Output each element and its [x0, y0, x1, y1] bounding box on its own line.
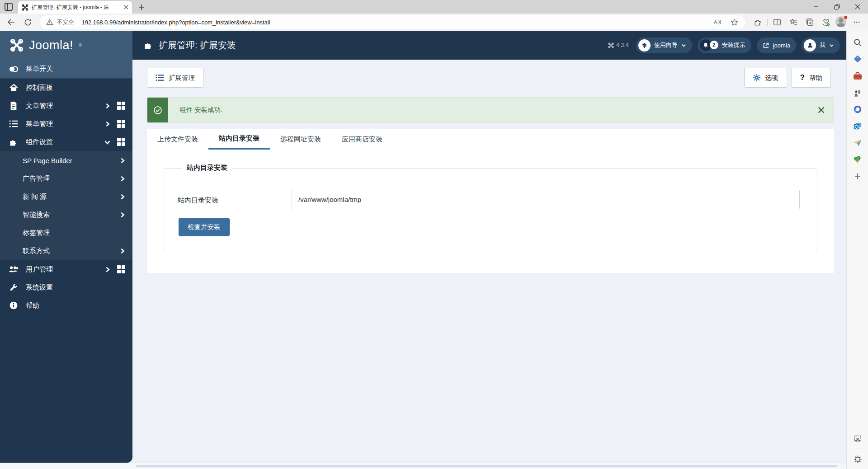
guided-tour-button[interactable]: 使用向导: [636, 38, 692, 53]
divider: [851, 449, 864, 449]
screen: 扩展管理: 扩展安装 - joomla - 后: [0, 0, 868, 469]
tab-upload-package[interactable]: 上传文件安装: [147, 129, 208, 150]
chevron-right-icon[interactable]: [119, 212, 125, 218]
check-and-install-button[interactable]: 检查并安装: [179, 218, 230, 236]
outlook-icon[interactable]: [851, 120, 864, 132]
settings-gear-icon[interactable]: [851, 453, 864, 465]
tab-install-from-folder[interactable]: 站内目录安装: [208, 129, 270, 150]
submenu-item-label: 标签管理: [23, 229, 50, 237]
edge-sidebar: [846, 31, 868, 469]
sidebar-item-components[interactable]: 组件设置: [0, 133, 132, 151]
submenu-item-smart-search[interactable]: 智能搜索: [0, 206, 132, 224]
submenu-item-tags[interactable]: 标签管理: [0, 224, 132, 242]
options-button[interactable]: 选项: [744, 68, 787, 88]
collections-icon[interactable]: [803, 15, 816, 29]
tab-workspaces-icon[interactable]: [5, 3, 13, 11]
window-minimize-icon[interactable]: [806, 0, 826, 14]
joomla-logo-icon: [10, 38, 24, 52]
chevron-down-icon[interactable]: [104, 139, 110, 145]
search-icon[interactable]: [851, 36, 864, 49]
chevron-down-icon: [681, 43, 686, 48]
window-restore-icon[interactable]: [826, 0, 847, 14]
chevron-right-icon[interactable]: [119, 194, 125, 200]
address-bar[interactable]: 不安全 192.168.0.99/administrator/index.php…: [40, 15, 745, 29]
submenu-item-newsfeeds[interactable]: 新 闻 源: [0, 188, 132, 206]
favorite-star-icon[interactable]: [727, 15, 741, 29]
dashboard-grid-icon[interactable]: [117, 120, 125, 128]
browser-essentials-icon[interactable]: [819, 15, 833, 29]
install-folder-input[interactable]: [292, 190, 800, 209]
view-site-button[interactable]: joomla: [757, 38, 796, 53]
tree-icon[interactable]: [851, 153, 864, 166]
chevron-right-icon[interactable]: [119, 176, 125, 182]
notifications-button[interactable]: 2 安装提示: [698, 38, 751, 53]
chevron-right-icon[interactable]: [119, 248, 125, 254]
joomla-logo[interactable]: Joomla! ®: [0, 31, 132, 60]
chevron-right-icon[interactable]: [104, 103, 110, 109]
sidebar-item-menus[interactable]: 菜单管理: [0, 115, 132, 133]
profile-avatar[interactable]: [835, 16, 847, 28]
toolbox-icon[interactable]: [851, 70, 864, 82]
scrollbar-thumb[interactable]: [136, 465, 837, 467]
split-screen-icon[interactable]: [770, 15, 784, 29]
chevron-right-icon[interactable]: [104, 121, 110, 127]
tab-install-from-url[interactable]: 远程网址安装: [270, 129, 331, 150]
add-to-sidebar-icon[interactable]: [851, 170, 864, 183]
dashboard-grid-icon[interactable]: [117, 265, 125, 273]
user-icon: [804, 39, 816, 52]
read-aloud-icon[interactable]: A: [710, 15, 724, 29]
help-button[interactable]: ? 帮助: [792, 68, 831, 88]
drop-icon[interactable]: [851, 136, 864, 149]
window-controls: [806, 0, 868, 14]
alert-close-icon[interactable]: [818, 98, 834, 122]
submenu-item-banners[interactable]: 广告管理: [0, 169, 132, 188]
notifications-label: 安装提示: [722, 41, 745, 49]
menu-toggle-button[interactable]: 菜单开关: [0, 60, 132, 79]
more-menu-icon[interactable]: [850, 15, 863, 29]
chevron-right-icon[interactable]: [119, 158, 125, 164]
sidebar-item-help[interactable]: 帮助: [0, 296, 132, 314]
sidebar-item-dashboard[interactable]: 控制面板: [0, 79, 132, 97]
components-submenu: SP Page Builder 广告管理 新 闻 源 智能搜索 标签管理: [0, 151, 132, 260]
guided-tour-label: 使用向导: [654, 41, 678, 49]
horizontal-scrollbar[interactable]: [0, 463, 846, 469]
sidebar-item-system[interactable]: 系统设置: [0, 278, 132, 296]
sidebar-item-label: 帮助: [26, 301, 39, 310]
security-label[interactable]: 不安全: [57, 19, 74, 26]
favorites-list-icon[interactable]: [787, 15, 800, 29]
chevron-right-icon[interactable]: [104, 267, 110, 272]
user-menu-button[interactable]: 我: [802, 38, 840, 53]
manage-extensions-button[interactable]: 扩展管理: [147, 68, 203, 88]
url-text[interactable]: 192.168.0.99/administrator/index.php?opt…: [82, 19, 707, 26]
sidebar-item-content[interactable]: 文章管理: [0, 97, 132, 115]
divider: [78, 19, 78, 26]
puzzle-icon: [143, 40, 153, 50]
insecure-warning-icon[interactable]: [46, 19, 53, 26]
logo-registered-mark: ®: [79, 43, 82, 47]
dashboard-grid-icon[interactable]: [117, 102, 125, 110]
dashboard-grid-icon[interactable]: [117, 138, 125, 146]
extensions-icon[interactable]: [751, 15, 764, 29]
gear-icon: [753, 74, 761, 82]
install-card: 上传文件安装 站内目录安装 远程网址安装 应用商店安装 站内目录安装 站内目录安…: [147, 129, 834, 273]
header-actions: 4.3.4 使用向导 2 安装提示 joomla: [608, 31, 846, 60]
back-icon[interactable]: [5, 15, 18, 29]
question-icon: ?: [800, 73, 805, 82]
help-label: 帮助: [809, 74, 822, 82]
refresh-icon[interactable]: [21, 15, 34, 29]
copilot-icon[interactable]: [851, 103, 864, 116]
sidebar-item-users[interactable]: 用户管理: [0, 260, 132, 278]
games-icon[interactable]: [851, 86, 864, 99]
submenu-item-sp-page-builder[interactable]: SP Page Builder: [0, 151, 132, 169]
new-tab-button[interactable]: [136, 2, 147, 13]
submenu-item-contacts[interactable]: 联系方式: [0, 242, 132, 260]
tab-close-icon[interactable]: [124, 5, 128, 9]
browser-tab[interactable]: 扩展管理: 扩展安装 - joomla - 后: [18, 1, 132, 14]
screenshot-icon[interactable]: [851, 432, 864, 445]
manage-extensions-label: 扩展管理: [169, 74, 195, 82]
window-close-icon[interactable]: [847, 0, 868, 14]
main-content: 扩展管理 选项 ? 帮助 组件 安装成功.: [132, 60, 846, 463]
check-circle-icon: [147, 98, 168, 122]
shopping-icon[interactable]: [851, 53, 864, 66]
tab-install-from-web[interactable]: 应用商店安装: [331, 129, 393, 150]
